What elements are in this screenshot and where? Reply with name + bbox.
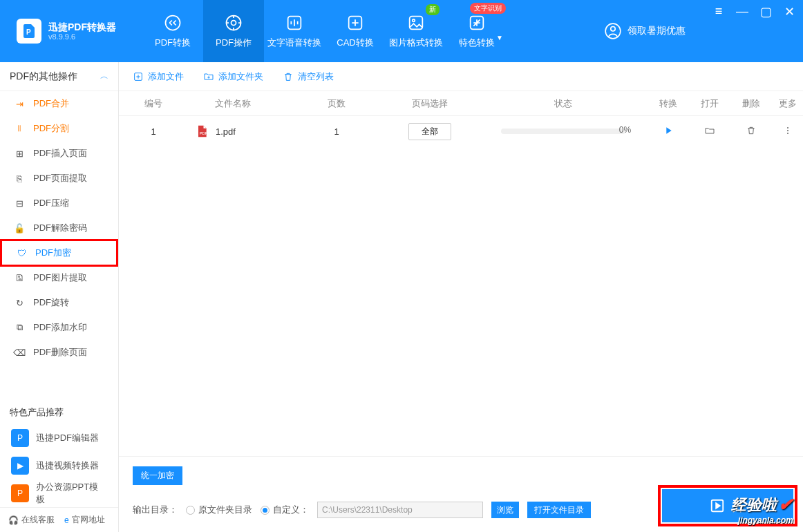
sidebar-header[interactable]: PDF的其他操作 ︿ — [0, 62, 118, 91]
output-label: 输出目录： — [133, 504, 178, 516]
logo-icon: P — [17, 19, 41, 44]
product-video-converter[interactable]: ▶迅捷视频转换器 — [0, 452, 118, 479]
start-highlight-box: 开 — [658, 485, 797, 526]
pdf-file-icon: PDF — [195, 124, 209, 138]
pdf-editor-icon: P — [11, 429, 29, 447]
image-icon: 🖻 — [14, 272, 25, 283]
video-icon: ▶ — [11, 457, 29, 475]
open-folder-button[interactable]: 打开文件目录 — [527, 502, 591, 518]
product-pdf-editor[interactable]: P迅捷PDF编辑器 — [0, 424, 118, 452]
sidebar-item-split[interactable]: ⫴PDF分割 — [0, 116, 118, 141]
ppt-icon: P — [11, 484, 29, 502]
table-row: 1 PDF 1.pdf 1 全部 0% — [119, 116, 803, 146]
svg-point-15 — [787, 133, 788, 134]
svg-point-10 — [611, 27, 616, 32]
compress-icon: ⊟ — [14, 198, 25, 209]
delete-page-icon: ⌫ — [14, 347, 25, 358]
sidebar-item-extract-page[interactable]: ⎘PDF页面提取 — [0, 166, 118, 191]
ie-icon: e — [64, 515, 69, 525]
app-logo: P 迅捷PDF转换器 v8.9.9.6 — [0, 19, 142, 44]
nav-pdf-operate[interactable]: PDF操作 — [203, 0, 264, 62]
add-file-button[interactable]: 添加文件 — [133, 70, 184, 83]
clear-list-button[interactable]: 清空列表 — [283, 70, 334, 83]
sidebar-item-encrypt[interactable]: 🛡PDF加密 — [0, 239, 118, 267]
nav-label: PDF转换 — [155, 37, 191, 49]
nav-label: CAD转换 — [337, 37, 373, 49]
svg-text:P: P — [26, 28, 31, 36]
svg-point-13 — [787, 127, 788, 129]
maximize-icon[interactable]: ▢ — [759, 4, 773, 19]
sidebar-header-label: PDF的其他操作 — [10, 70, 77, 83]
badge-new: 新 — [426, 4, 440, 15]
promo-link[interactable]: 领取暑期优惠 — [604, 22, 686, 40]
watermark-icon: ⧉ — [14, 322, 25, 333]
badge-ocr: 文字识别 — [470, 3, 506, 14]
nav-image-convert[interactable]: 新 图片格式转换 — [386, 0, 446, 62]
nav-pdf-convert[interactable]: PDF转换 — [142, 0, 203, 62]
app-title: 迅捷PDF转换器 — [48, 21, 116, 33]
svg-point-14 — [787, 130, 788, 131]
product-ppt-template[interactable]: P办公资源PPT模板 — [0, 479, 118, 507]
app-version: v8.9.9.6 — [48, 32, 116, 41]
nav-label: PDF操作 — [216, 37, 252, 49]
extract-icon: ⎘ — [14, 173, 25, 184]
file-name: 1.pdf — [216, 126, 236, 137]
menu-icon[interactable]: ≡ — [712, 4, 726, 19]
radio-icon — [261, 506, 270, 515]
page-select-button[interactable]: 全部 — [408, 123, 451, 140]
sidebar-item-compress[interactable]: ⊟PDF压缩 — [0, 191, 118, 216]
progress-bar: 0% — [501, 129, 625, 134]
start-convert-button[interactable]: 开 — [662, 489, 793, 522]
insert-icon: ⊞ — [14, 148, 25, 159]
unify-encrypt-button[interactable]: 统一加密 — [133, 466, 182, 485]
minimize-icon[interactable]: — — [735, 4, 749, 19]
rotate-icon: ↻ — [14, 297, 25, 308]
radio-icon — [186, 506, 195, 515]
nav-special-convert[interactable]: 文字识别 特色转换 ▼ — [446, 0, 507, 62]
delete-button[interactable] — [746, 125, 757, 136]
open-button[interactable] — [704, 125, 715, 136]
sidebar-item-merge[interactable]: ⇥PDF合并 — [0, 91, 118, 116]
shield-icon: 🛡 — [16, 247, 27, 258]
output-path-input[interactable] — [317, 502, 483, 518]
official-site[interactable]: e官网地址 — [64, 514, 105, 526]
online-service[interactable]: 🎧在线客服 — [8, 514, 55, 526]
add-folder-button[interactable]: 添加文件夹 — [203, 70, 263, 83]
split-icon: ⫴ — [14, 123, 25, 134]
sidebar-item-delete-page[interactable]: ⌫PDF删除页面 — [0, 340, 118, 365]
row-num: 1 — [133, 126, 174, 137]
unlock-icon: 🔓 — [14, 222, 25, 234]
svg-point-7 — [413, 19, 415, 22]
page-count: 1 — [292, 126, 381, 137]
nav-label: 图片格式转换 — [389, 37, 443, 49]
merge-icon: ⇥ — [14, 98, 25, 109]
svg-rect-6 — [410, 17, 423, 30]
sidebar-item-unlock[interactable]: 🔓PDF解除密码 — [0, 216, 118, 240]
nav-label: 特色转换 — [459, 37, 495, 49]
more-button[interactable] — [782, 125, 793, 136]
nav-cad-convert[interactable]: CAD转换 — [325, 0, 386, 62]
sidebar-item-insert[interactable]: ⊞PDF插入页面 — [0, 141, 118, 166]
sidebar-item-watermark[interactable]: ⧉PDF添加水印 — [0, 315, 118, 340]
nav-text-voice[interactable]: 文字语音转换 — [264, 0, 325, 62]
sidebar-item-extract-image[interactable]: 🖻PDF图片提取 — [0, 265, 118, 290]
chevron-down-icon: ▼ — [496, 34, 503, 41]
svg-text:PDF: PDF — [200, 131, 208, 135]
headset-icon: 🎧 — [8, 515, 19, 525]
chevron-up-icon: ︿ — [100, 70, 108, 82]
browse-button[interactable]: 浏览 — [491, 502, 519, 518]
sidebar-rec-title: 特色产品推荐 — [0, 398, 118, 424]
radio-custom-folder[interactable]: 自定义： — [261, 504, 309, 516]
nav-label: 文字语音转换 — [267, 37, 321, 49]
close-icon[interactable]: ✕ — [782, 4, 796, 19]
radio-same-folder[interactable]: 原文件夹目录 — [186, 504, 252, 516]
table-header: 编号 文件名称 页数 页码选择 状态 转换 打开 删除 更多 — [119, 91, 803, 116]
promo-label: 领取暑期优惠 — [627, 25, 686, 37]
sidebar-item-rotate[interactable]: ↻PDF旋转 — [0, 290, 118, 315]
svg-point-3 — [232, 21, 236, 26]
